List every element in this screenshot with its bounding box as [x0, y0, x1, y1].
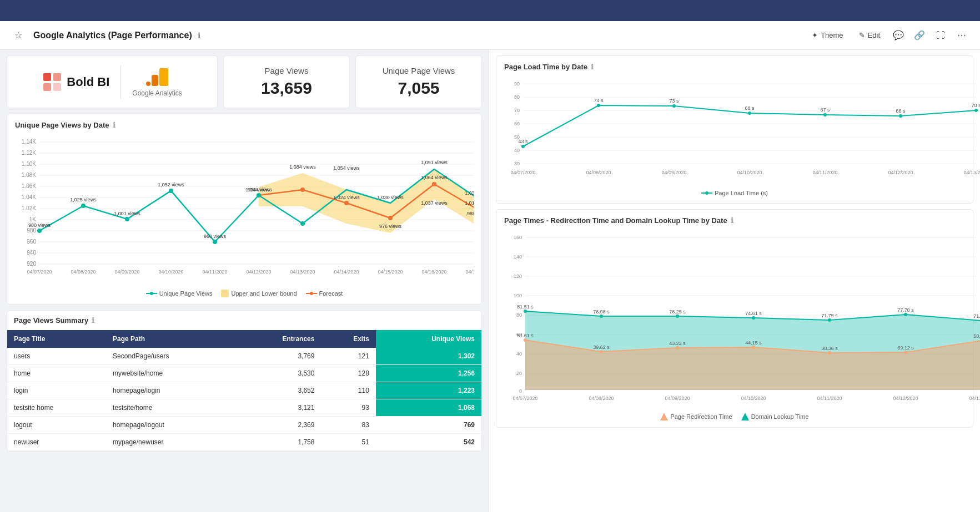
svg-point-40 [344, 201, 349, 205]
star-button[interactable]: ☆ [9, 26, 28, 45]
svg-point-91 [597, 104, 600, 107]
svg-point-39 [300, 187, 305, 192]
svg-text:1,013 views: 1,013 views [465, 200, 474, 206]
page-load-info[interactable]: ℹ [591, 63, 594, 71]
theme-icon: ✦ [812, 31, 818, 39]
svg-point-140 [600, 350, 603, 353]
svg-point-111 [705, 191, 708, 195]
svg-text:60: 60 [514, 121, 520, 126]
fullscreen-icon: ⛶ [936, 31, 945, 40]
summary-table: Page Title Page Path Entrances Exits Uni… [7, 330, 481, 451]
svg-text:74 s: 74 s [594, 98, 604, 103]
page-times-info[interactable]: ℹ [731, 216, 733, 225]
svg-text:04/09/2020: 04/09/2020 [661, 170, 686, 175]
table-row: testsite home testsite/home 3,121 93 1,0… [7, 399, 481, 417]
logo-divider [120, 65, 121, 99]
svg-text:67 s: 67 s [820, 107, 830, 113]
cell-title: testsite home [7, 399, 106, 417]
svg-text:980 views: 980 views [28, 222, 51, 228]
svg-text:1,025 views: 1,025 views [70, 197, 97, 202]
svg-text:73 s: 73 s [669, 98, 679, 104]
svg-point-132 [524, 310, 527, 313]
cell-exits: 128 [321, 365, 375, 382]
page-load-chart: Page Load Time by Date ℹ 90 80 70 60 50 … [496, 55, 973, 204]
topbar [0, 0, 980, 21]
svg-text:70 s: 70 s [971, 103, 980, 108]
svg-text:1.04K: 1.04K [22, 194, 36, 200]
svg-text:04/07/2020: 04/07/2020 [510, 170, 535, 175]
ga-logo: Google Analytics [132, 67, 182, 97]
table-row: login homepage/login 3,652 110 1,223 [7, 382, 481, 399]
edit-button[interactable]: ✎ Edit [852, 28, 887, 42]
cell-entrances: 3,530 [236, 365, 321, 382]
right-panel: Page Load Time by Date ℹ 90 80 70 60 50 … [489, 50, 980, 512]
link-button[interactable]: 🔗 [910, 26, 929, 45]
svg-text:68 s: 68 s [745, 105, 755, 111]
svg-point-142 [752, 346, 755, 349]
svg-point-36 [213, 240, 217, 244]
svg-text:50.85 s: 50.85 s [973, 333, 980, 339]
comment-button[interactable]: 💬 [889, 26, 908, 45]
svg-point-38 [300, 221, 305, 226]
comment-icon: 💬 [893, 30, 904, 40]
page-times-title: Page Times - Redirection Time and Domain… [504, 216, 965, 225]
svg-text:30: 30 [514, 161, 520, 166]
more-button[interactable]: ⋯ [952, 26, 971, 45]
svg-text:1.10K: 1.10K [22, 161, 36, 167]
svg-point-144 [904, 351, 907, 354]
ga-icon [144, 67, 170, 87]
svg-text:1,052 views: 1,052 views [158, 182, 184, 187]
theme-button[interactable]: ✦ Theme [805, 28, 850, 42]
svg-text:04/11/2020: 04/11/2020 [812, 170, 837, 175]
svg-point-143 [828, 351, 831, 354]
table-row: logout homepage/logout 2,369 83 769 [7, 417, 481, 434]
cell-unique: 1,223 [376, 382, 481, 399]
svg-text:38.36 s: 38.36 s [821, 346, 838, 351]
svg-point-34 [125, 217, 129, 221]
cell-exits: 51 [321, 434, 375, 451]
svg-text:1,054 views: 1,054 views [333, 165, 360, 171]
svg-text:51.61 s: 51.61 s [517, 333, 534, 338]
svg-text:980: 980 [27, 227, 36, 234]
svg-text:1,064 views: 1,064 views [421, 175, 448, 180]
legend-unique-views: Unique Page Views [146, 290, 213, 297]
svg-point-93 [748, 111, 751, 115]
svg-text:40: 40 [514, 148, 520, 153]
svg-point-134 [676, 315, 679, 318]
header: ☆ Google Analytics (Page Performance) ℹ … [0, 21, 980, 50]
fullscreen-button[interactable]: ⛶ [931, 26, 950, 45]
legend-forecast: Forecast [306, 290, 343, 297]
table-info-icon[interactable]: ℹ [92, 316, 94, 325]
svg-text:04/13/2020: 04/13/2020 [969, 396, 980, 401]
cell-entrances: 3,769 [236, 348, 321, 365]
col-unique-views: Unique Views [376, 330, 481, 348]
svg-text:04/14/2020: 04/14/2020 [334, 269, 359, 275]
svg-text:04/13/2020: 04/13/2020 [963, 170, 980, 175]
info-icon[interactable]: ℹ [198, 31, 200, 40]
cell-exits: 121 [321, 348, 375, 365]
header-right: ✦ Theme ✎ Edit 💬 🔗 ⛶ ⋯ [805, 26, 971, 45]
svg-point-75 [310, 292, 313, 295]
col-entrances: Entrances [236, 330, 321, 348]
svg-marker-168 [741, 413, 749, 420]
chart-info-icon[interactable]: ℹ [113, 121, 115, 129]
svg-text:04/07/2020: 04/07/2020 [27, 269, 52, 275]
link-icon: 🔗 [914, 30, 925, 40]
star-icon: ☆ [14, 30, 22, 40]
unique-views-chart-title: Unique Page Views by Date ℹ [15, 121, 474, 129]
svg-text:1,091 views: 1,091 views [421, 160, 448, 165]
svg-text:04/13/2020: 04/13/2020 [290, 269, 315, 275]
svg-text:04/10/2020: 04/10/2020 [158, 269, 183, 275]
ga-label: Google Analytics [132, 89, 182, 97]
svg-rect-5 [152, 75, 158, 86]
svg-point-74 [150, 292, 153, 295]
svg-point-35 [169, 189, 173, 193]
unique-views-card: Unique Page Views 7,055 [355, 55, 482, 108]
page-views-label: Page Views [265, 66, 309, 75]
svg-text:04/10/2020: 04/10/2020 [741, 396, 766, 401]
svg-text:0: 0 [519, 388, 522, 394]
cell-path: homepage/logout [106, 417, 236, 434]
left-panel: Bold BI Google Analytics Page Views 13,6… [0, 50, 489, 512]
cell-exits: 110 [321, 382, 375, 399]
svg-text:44.15 s: 44.15 s [745, 340, 762, 346]
